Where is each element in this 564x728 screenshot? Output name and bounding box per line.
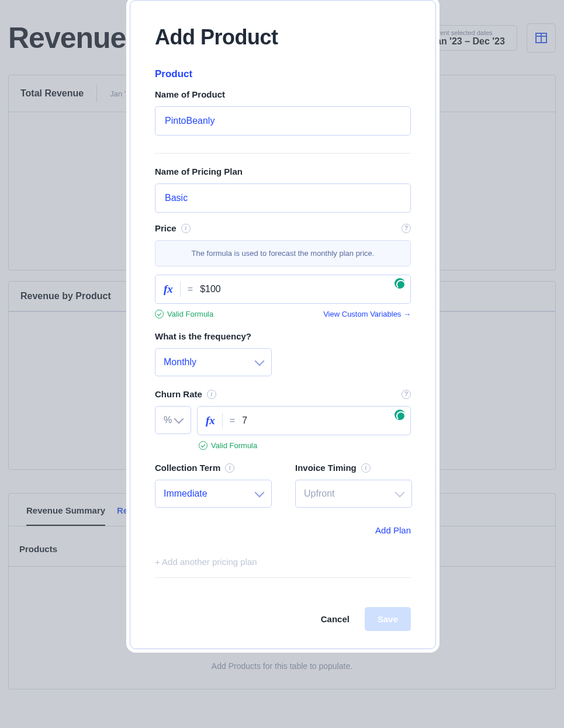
churn-formula-input[interactable]: fx = 7 [197,406,411,435]
price-valid-row: Valid Formula View Custom Variables → [155,310,411,318]
collection-term-value: Immediate [164,488,207,499]
chevron-down-icon [255,488,265,498]
spinner-icon [395,410,405,420]
spinner-icon [395,278,405,289]
label-product-name: Name of Product [155,89,411,99]
help-icon[interactable]: ? [402,390,411,399]
section-product: Product [155,68,411,80]
label-collection-term-text: Collection Term [155,463,220,473]
add-product-modal: Add Product Product Name of Product Name… [130,0,436,649]
check-icon [155,310,164,318]
info-icon[interactable]: i [361,463,371,473]
separator [180,282,181,297]
label-churn-text: Churn Rate [155,389,202,399]
label-invoice-timing-text: Invoice Timing [295,463,357,473]
valid-formula-text: Valid Formula [211,441,257,450]
info-icon[interactable]: i [225,463,234,473]
price-formula-input[interactable]: fx = $100 [155,275,411,304]
label-invoice-timing: Invoice Timing i [295,463,412,473]
equals-icon: = [230,415,235,426]
invoice-timing-select[interactable]: Upfront [295,480,412,508]
modal-title: Add Product [155,25,411,50]
label-collection-term: Collection Term i [155,463,272,473]
chevron-down-icon [395,488,405,498]
term-invoice-row: Collection Term i Immediate Invoice Timi… [155,463,411,508]
info-icon[interactable]: i [207,390,216,399]
separator [222,413,223,428]
label-churn: Churn Rate i ? [155,389,411,399]
churn-unit-select[interactable]: % [155,406,191,434]
cancel-button[interactable]: Cancel [321,614,350,624]
valid-formula-text: Valid Formula [167,310,213,318]
churn-row: % fx = 7 [155,406,411,435]
churn-formula-value: 7 [242,415,402,426]
divider [155,153,411,154]
modal-footer: Cancel Save [155,607,411,631]
chevron-down-icon [174,414,184,424]
product-name-input[interactable] [155,106,411,136]
info-icon[interactable]: i [181,224,191,233]
check-icon [199,441,207,450]
price-formula-value: $100 [200,284,402,294]
collection-term-select[interactable]: Immediate [155,480,272,508]
equals-icon: = [188,284,193,294]
fx-icon: fx [206,414,215,427]
label-frequency: What is the frequency? [155,331,411,341]
add-another-plan[interactable]: + Add another pricing plan [155,557,411,567]
fx-icon: fx [164,283,173,296]
price-hint: The formula is used to forecast the mont… [155,240,411,266]
frequency-select[interactable]: Monthly [155,348,272,376]
plan-name-input[interactable] [155,183,411,213]
chevron-down-icon [255,356,265,366]
divider [155,577,411,578]
save-button[interactable]: Save [365,607,411,631]
frequency-value: Monthly [164,357,196,368]
help-icon[interactable]: ? [402,224,411,233]
view-custom-variables-link[interactable]: View Custom Variables → [323,310,411,318]
add-plan-row: Add Plan [155,525,411,536]
label-price: Price i ? [155,223,411,233]
add-plan-link[interactable]: Add Plan [375,525,411,535]
price-formula-wrapper: fx = $100 [155,275,411,304]
churn-valid-row: Valid Formula [155,441,411,450]
label-plan-name: Name of Pricing Plan [155,167,411,176]
churn-unit-value: % [164,415,172,425]
invoice-timing-value: Upfront [304,488,334,499]
label-price-text: Price [155,223,177,233]
